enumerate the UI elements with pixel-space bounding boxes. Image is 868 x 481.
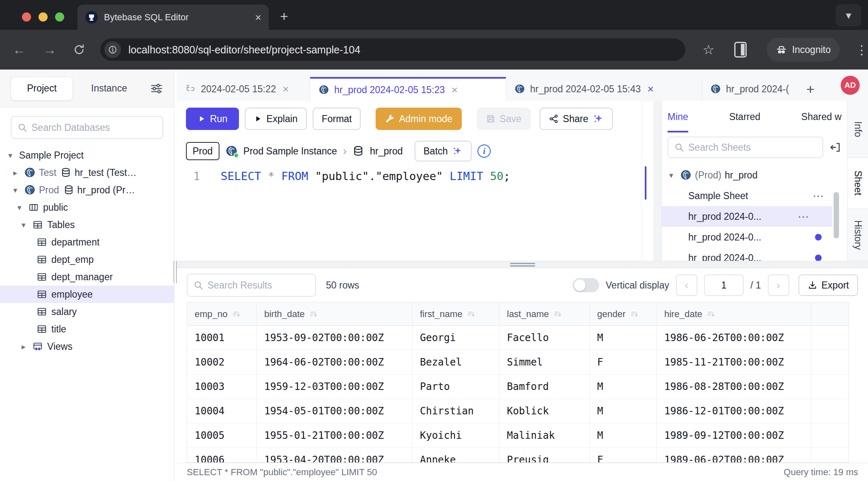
tree-item-table[interactable]: department xyxy=(0,233,174,251)
table-cell[interactable]: 1986-12-01T00:00:00Z xyxy=(657,399,811,423)
table-cell[interactable]: F xyxy=(590,350,657,374)
caret-right-icon[interactable]: ▸ xyxy=(22,342,32,351)
rail-tab-sheet[interactable]: Sheet xyxy=(848,157,868,209)
table-cell[interactable]: M xyxy=(590,326,657,350)
save-button[interactable]: Save xyxy=(477,108,530,130)
table-cell[interactable]: 1986-06-26T00:00:00Z xyxy=(657,326,811,350)
info-icon[interactable]: i xyxy=(477,144,491,158)
tab-search-chevron[interactable]: ▾ xyxy=(836,4,861,26)
caret-right-icon[interactable]: ▸ xyxy=(13,168,24,178)
reload-button[interactable] xyxy=(73,43,85,56)
table-cell[interactable]: 1955-01-21T00:00:00Z xyxy=(257,423,412,447)
tab-project[interactable]: Project xyxy=(11,77,73,101)
results-search[interactable] xyxy=(187,274,316,297)
tree-item-project[interactable]: ▾ Sample Project xyxy=(0,147,174,164)
database-search[interactable] xyxy=(11,116,163,139)
column-header[interactable]: first_name xyxy=(412,303,499,325)
panel-divider[interactable] xyxy=(177,261,868,268)
sort-icon[interactable] xyxy=(309,310,318,319)
tree-item-tables[interactable]: ▾ Tables xyxy=(0,216,174,233)
table-cell[interactable]: M xyxy=(590,399,657,423)
tree-item-database[interactable]: ▾ Prod hr_prod (Pr… xyxy=(0,181,174,199)
caret-down-icon[interactable]: ▾ xyxy=(13,185,24,195)
traffic-light-maximize[interactable] xyxy=(55,12,64,22)
filter-sliders-icon[interactable] xyxy=(150,82,163,95)
batch-button[interactable]: Batch xyxy=(415,141,472,161)
sort-icon[interactable] xyxy=(630,310,639,319)
browser-tab[interactable]: Bytebase SQL Editor × xyxy=(77,5,269,30)
explain-button[interactable]: Explain xyxy=(245,108,306,130)
table-cell[interactable]: 1954-05-01T00:00:00Z xyxy=(257,399,412,423)
table-cell[interactable]: Chirstian xyxy=(412,399,499,423)
site-info-icon[interactable] xyxy=(104,41,121,58)
table-cell[interactable]: M xyxy=(590,375,657,399)
table-cell[interactable]: Georgi xyxy=(412,326,499,350)
tab-instance[interactable]: Instance xyxy=(91,83,127,94)
editor-tab-active[interactable]: hr_prod 2024-02-05 15:23 × xyxy=(310,77,506,101)
editor-scrollbar-track[interactable] xyxy=(641,101,653,261)
table-cell[interactable]: 1989-06-02T00:00:00Z xyxy=(657,448,811,463)
new-sheet-button[interactable]: + xyxy=(806,82,815,96)
table-cell[interactable]: Maliniak xyxy=(499,423,590,447)
table-cell[interactable]: Simmel xyxy=(499,350,590,374)
table-cell[interactable]: 1953-09-02T00:00:00Z xyxy=(257,326,412,350)
ai-sparkles-icon[interactable] xyxy=(592,113,604,125)
sheet-item[interactable]: hr_prod 2024-0... xyxy=(662,248,847,261)
table-cell[interactable]: 1959-12-03T00:00:00Z xyxy=(257,375,412,399)
table-cell[interactable]: 1986-08-28T00:00:00Z xyxy=(657,375,811,399)
tree-item-schema[interactable]: ▾ public xyxy=(0,199,174,216)
sheet-item[interactable]: hr_prod 2024-0... xyxy=(662,227,847,248)
sort-icon[interactable] xyxy=(467,310,476,319)
table-cell[interactable]: 10005 xyxy=(187,423,257,447)
table-cell[interactable]: Bezalel xyxy=(412,350,499,374)
prev-page-button[interactable]: ‹ xyxy=(676,274,697,296)
caret-down-icon[interactable]: ▾ xyxy=(17,203,28,212)
tab-close-icon[interactable]: × xyxy=(647,83,653,96)
table-cell[interactable]: Anneke xyxy=(412,448,499,463)
tree-item-table-selected[interactable]: employee xyxy=(0,286,174,303)
table-cell[interactable]: 10001 xyxy=(187,326,257,350)
page-number-input[interactable] xyxy=(704,274,744,296)
table-cell[interactable]: 1989-09-12T00:00:00Z xyxy=(657,423,811,447)
sidebar-resize-handle[interactable] xyxy=(174,261,177,283)
traffic-light-close[interactable] xyxy=(22,12,31,22)
vertical-display-toggle[interactable] xyxy=(573,278,599,292)
sheet-item-selected[interactable]: hr_prod 2024-0... ⋯ xyxy=(662,206,832,227)
database-search-input[interactable] xyxy=(31,122,157,133)
traffic-light-minimize[interactable] xyxy=(39,12,48,22)
tree-item-table[interactable]: title xyxy=(0,320,174,338)
bookmark-star-icon[interactable]: ☆ xyxy=(703,42,715,58)
table-cell[interactable]: Preusig xyxy=(499,448,590,463)
table-cell[interactable]: 1985-11-21T00:00:00Z xyxy=(657,350,811,374)
table-cell[interactable]: 10006 xyxy=(187,448,257,463)
address-bar[interactable]: localhost:8080/sql-editor/sheet/project-… xyxy=(100,38,685,61)
user-avatar[interactable]: AD xyxy=(841,76,860,95)
table-cell[interactable]: 10003 xyxy=(187,375,257,399)
caret-down-icon[interactable]: ▾ xyxy=(8,151,19,160)
tab-starred[interactable]: Starred xyxy=(729,101,760,132)
column-header[interactable]: hire_date xyxy=(657,303,811,325)
tree-item-database[interactable]: ▸ Test hr_test (Test… xyxy=(0,164,174,181)
tab-close-icon[interactable]: × xyxy=(451,84,458,96)
table-cell[interactable]: M xyxy=(590,423,657,447)
admin-mode-button[interactable]: Admin mode xyxy=(376,108,461,130)
tab-close-icon[interactable]: × xyxy=(283,83,289,96)
editor-tab[interactable]: hr_prod 2024-02-05 15:43 × xyxy=(506,77,702,101)
table-cell[interactable]: Koblick xyxy=(499,399,590,423)
table-cell[interactable]: Kyoichi xyxy=(412,423,499,447)
new-tab-button[interactable]: + xyxy=(280,9,288,23)
tab-mine[interactable]: Mine xyxy=(668,101,688,132)
run-button[interactable]: Run xyxy=(186,108,239,130)
database-name[interactable]: hr_prod xyxy=(370,146,403,157)
table-cell[interactable]: Parto xyxy=(412,375,499,399)
back-button[interactable]: ← xyxy=(12,43,26,56)
browser-menu-icon[interactable]: ⋮ xyxy=(856,43,868,57)
side-panel-icon[interactable] xyxy=(734,42,746,58)
code-editor[interactable]: 1 SELECT * FROM "public"."employee" LIMI… xyxy=(177,166,641,261)
sheet-search[interactable] xyxy=(668,137,823,158)
collapse-panel-icon[interactable] xyxy=(829,141,841,154)
share-button[interactable]: Share xyxy=(540,108,613,130)
table-cell[interactable]: Facello xyxy=(499,326,590,350)
caret-down-icon[interactable]: ▾ xyxy=(22,220,32,230)
instance-name[interactable]: Prod Sample Instance xyxy=(244,146,337,157)
